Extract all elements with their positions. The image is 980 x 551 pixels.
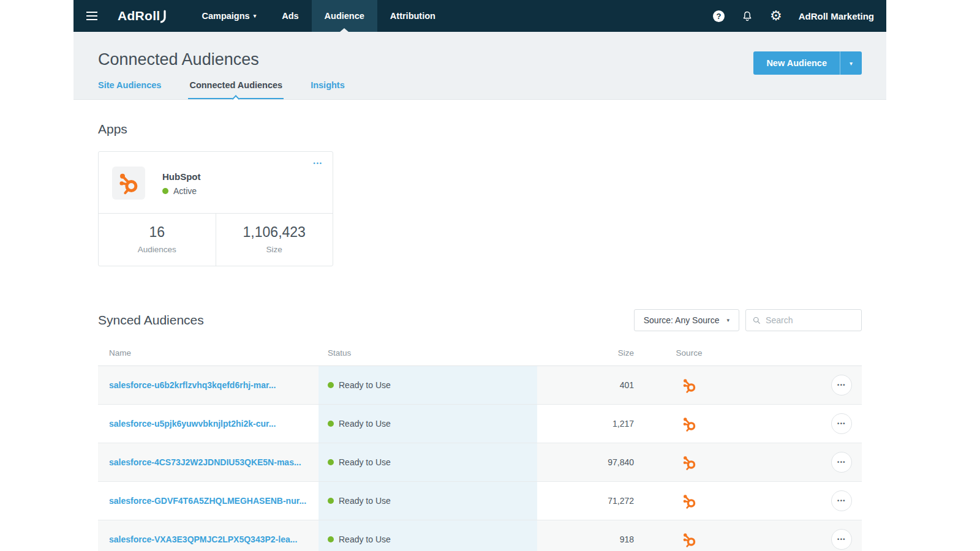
audience-name-cell: salesforce-u6b2krflzvhq3kqefd6rhj-mar... — [98, 380, 318, 391]
hamburger-menu-icon[interactable] — [86, 12, 97, 20]
row-more-button[interactable]: ••• — [831, 529, 852, 550]
page: AdRoll Campaigns ▾ Ads Audience Attribut… — [0, 0, 980, 551]
row-more-button[interactable]: ••• — [831, 452, 852, 473]
stat-audiences: 16 Audiences — [99, 214, 216, 266]
source-filter-dropdown[interactable]: Source: Any Source ▾ — [634, 309, 739, 331]
search-box — [745, 309, 862, 331]
nav-item-ads[interactable]: Ads — [269, 0, 311, 32]
hubspot-logo-tile — [112, 167, 145, 200]
stat-label: Size — [216, 245, 333, 254]
row-more-button[interactable]: ••• — [831, 375, 852, 395]
adroll-logo-hook-icon — [160, 10, 167, 23]
nav-label: Attribution — [390, 11, 435, 21]
table-body: salesforce-u6b2krflzvhq3kqefd6rhj-mar...… — [98, 366, 862, 551]
stat-label: Audiences — [99, 245, 216, 254]
audience-size-cell: 97,840 — [537, 457, 634, 467]
account-name[interactable]: AdRoll Marketing — [799, 11, 874, 21]
main-content: Apps HubSpot Active ••• — [74, 122, 886, 551]
new-audience-dropdown-button[interactable]: ▾ — [840, 51, 862, 75]
row-actions: ••• — [744, 452, 862, 473]
row-actions: ••• — [744, 529, 862, 550]
settings-gear-icon[interactable]: ⚙ — [770, 9, 782, 23]
hubspot-icon — [681, 531, 698, 548]
source-filter-value: Source: Any Source — [644, 315, 720, 325]
column-header-source: Source — [634, 348, 744, 358]
audience-name-cell: salesforce-u5pjk6yuwvbknjlpt2hi2k-cur... — [98, 418, 318, 429]
audience-name-link[interactable]: salesforce-GDVF4T6A5ZHQLMEGHASENB-nur... — [109, 496, 306, 506]
audience-status-cell: Ready to Use — [318, 443, 537, 481]
table-row: salesforce-u6b2krflzvhq3kqefd6rhj-mar...… — [98, 366, 862, 405]
audience-source-cell — [634, 416, 744, 432]
audience-source-cell — [634, 377, 744, 394]
tab-label: Connected Audiences — [189, 80, 282, 90]
apps-heading: Apps — [98, 122, 862, 137]
chevron-down-icon: ▾ — [254, 13, 257, 19]
nav-label: Campaigns — [202, 11, 249, 21]
new-audience-split-button: New Audience ▾ — [753, 51, 862, 75]
app-status: Active — [162, 186, 200, 196]
row-more-button[interactable]: ••• — [831, 413, 852, 434]
audience-size-cell: 71,272 — [537, 496, 634, 506]
audience-status-cell: Ready to Use — [318, 405, 537, 443]
audience-size-cell: 1,217 — [537, 419, 634, 429]
hubspot-icon — [681, 377, 698, 394]
table-row: salesforce-u5pjk6yuwvbknjlpt2hi2k-cur...… — [98, 405, 862, 443]
hubspot-icon — [681, 454, 698, 471]
status-dot-icon — [328, 536, 334, 542]
app-name: HubSpot — [162, 171, 200, 182]
row-actions: ••• — [744, 375, 862, 395]
audience-source-cell — [634, 493, 744, 509]
stat-value: 1,106,423 — [216, 224, 333, 241]
app-window: AdRoll Campaigns ▾ Ads Audience Attribut… — [74, 0, 886, 551]
tab-connected-audiences[interactable]: Connected Audiences — [189, 80, 282, 99]
status-dot-icon — [328, 421, 334, 427]
table-filters: Source: Any Source ▾ — [634, 309, 862, 331]
column-header-size: Size — [537, 348, 634, 358]
nav-label: Ads — [282, 11, 298, 21]
row-actions: ••• — [744, 413, 862, 434]
audience-name-cell: salesforce-GDVF4T6A5ZHQLMEGHASENB-nur... — [98, 495, 318, 506]
status-text: Ready to Use — [339, 457, 391, 467]
synced-audiences-table: Name Status Size Source salesforce-u6b2k… — [98, 342, 862, 551]
status-dot-icon — [162, 188, 168, 194]
audience-name-link[interactable]: salesforce-u6b2krflzvhq3kqefd6rhj-mar... — [109, 380, 276, 390]
table-row: salesforce-VXA3E3QPMJC2LPX5Q343P2-lea...… — [98, 520, 862, 551]
tab-insights[interactable]: Insights — [311, 80, 345, 99]
synced-audiences-heading: Synced Audiences — [98, 313, 204, 328]
audience-name-link[interactable]: salesforce-u5pjk6yuwvbknjlpt2hi2k-cur... — [109, 419, 276, 429]
new-audience-button[interactable]: New Audience — [753, 51, 840, 75]
hubspot-icon — [681, 493, 698, 509]
primary-nav: Campaigns ▾ Ads Audience Attribution — [189, 0, 448, 32]
nav-item-campaigns[interactable]: Campaigns ▾ — [189, 0, 269, 32]
audience-name-link[interactable]: salesforce-VXA3E3QPMJC2LPX5Q343P2-lea... — [109, 534, 297, 544]
app-card-more-icon[interactable]: ••• — [314, 160, 323, 167]
audience-size-cell: 401 — [537, 380, 634, 390]
brand-text: AdRoll — [118, 9, 160, 23]
table-row: salesforce-GDVF4T6A5ZHQLMEGHASENB-nur...… — [98, 482, 862, 520]
audience-name-cell: salesforce-4CS73J2W2JDNDIU53QKE5N-mas... — [98, 457, 318, 468]
status-text: Ready to Use — [339, 380, 391, 390]
search-icon — [753, 316, 761, 325]
adroll-logo[interactable]: AdRoll — [118, 9, 167, 23]
audience-size-cell: 918 — [537, 534, 634, 544]
tab-site-audiences[interactable]: Site Audiences — [98, 80, 161, 99]
audience-name-link[interactable]: salesforce-4CS73J2W2JDNDIU53QKE5N-mas... — [109, 457, 301, 467]
table-row: salesforce-4CS73J2W2JDNDIU53QKE5N-mas...… — [98, 443, 862, 482]
audience-status-cell: Ready to Use — [318, 482, 537, 520]
search-input[interactable] — [766, 315, 854, 325]
nav-item-attribution[interactable]: Attribution — [377, 0, 448, 32]
status-text: Ready to Use — [339, 534, 391, 544]
row-more-button[interactable]: ••• — [831, 490, 852, 511]
chevron-down-icon: ▾ — [850, 60, 853, 67]
audience-status-cell: Ready to Use — [318, 520, 537, 551]
row-actions: ••• — [744, 490, 862, 511]
status-dot-icon — [328, 382, 334, 388]
audience-tabs: Site Audiences Connected Audiences Insig… — [98, 80, 862, 99]
help-icon[interactable]: ? — [713, 10, 725, 22]
top-navbar: AdRoll Campaigns ▾ Ads Audience Attribut… — [74, 0, 886, 32]
nav-item-audience[interactable]: Audience — [312, 0, 377, 32]
audience-source-cell — [634, 531, 744, 548]
notifications-bell-icon[interactable] — [741, 10, 753, 23]
hubspot-icon — [116, 171, 141, 195]
audience-status-cell: Ready to Use — [318, 366, 537, 404]
